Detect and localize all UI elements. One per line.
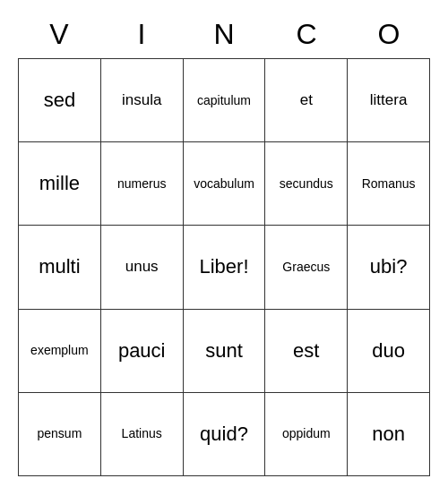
cell-text: sed [44,89,75,112]
bingo-card: VINCO sedinsulacapitulumetlitteramillenu… [18,11,430,476]
bingo-cell[interactable]: oppidum [265,393,348,476]
bingo-cell[interactable]: Graecus [265,226,348,309]
header-col-i: I [100,11,183,58]
cell-text: multi [39,255,80,278]
cell-text: quid? [200,423,248,446]
bingo-cell[interactable]: capitulum [184,59,266,142]
bingo-cell[interactable]: Romanus [348,142,430,226]
cell-text: mille [39,172,80,195]
cell-text: insula [122,91,161,109]
header-col-c: C [265,11,348,58]
cell-text: Latinus [122,426,162,441]
header-col-n: N [183,11,265,58]
bingo-cell[interactable]: quid? [184,393,266,476]
bingo-cell[interactable]: sunt [184,310,266,393]
bingo-cell[interactable]: vocabulum [184,142,266,226]
bingo-cell[interactable]: pensum [19,393,101,476]
bingo-cell[interactable]: unus [101,226,184,309]
bingo-cell[interactable]: pauci [101,310,184,393]
cell-text: est [293,339,319,363]
cell-text: unus [125,258,159,276]
header-col-o: O [348,11,430,58]
bingo-cell[interactable]: exemplum [19,310,101,393]
bingo-cell[interactable]: et [265,59,348,142]
bingo-cell[interactable]: insula [101,59,184,142]
bingo-cell[interactable]: duo [348,310,430,393]
cell-text: oppidum [282,426,331,441]
bingo-cell[interactable]: secundus [265,142,348,226]
cell-text: duo [372,339,405,363]
cell-text: pauci [118,339,166,363]
bingo-cell[interactable]: ubi? [348,226,430,309]
bingo-cell[interactable]: Latinus [101,393,184,476]
cell-text: non [372,423,405,446]
cell-text: et [300,91,313,109]
bingo-grid: sedinsulacapitulumetlitteramillenumerusv… [18,58,430,476]
cell-text: Liber! [199,255,248,278]
bingo-cell[interactable]: numerus [101,142,184,226]
cell-text: capitulum [197,93,251,108]
cell-text: ubi? [370,255,408,278]
cell-text: secundus [280,176,333,192]
bingo-cell[interactable]: Liber! [184,226,266,309]
cell-text: numerus [117,176,166,192]
bingo-cell[interactable]: est [265,310,348,393]
bingo-header: VINCO [18,11,430,58]
bingo-cell[interactable]: multi [19,226,101,309]
cell-text: exemplum [30,343,89,358]
cell-text: vocabulum [194,176,254,192]
cell-text: sunt [205,339,243,363]
cell-text: littera [370,91,408,109]
bingo-cell[interactable]: non [348,393,430,476]
bingo-cell[interactable]: mille [19,142,101,226]
bingo-cell[interactable]: littera [348,59,430,142]
bingo-cell[interactable]: sed [19,59,101,142]
cell-text: Romanus [362,176,416,192]
header-col-v: V [18,11,100,58]
cell-text: pensum [37,426,82,441]
cell-text: Graecus [282,260,330,275]
